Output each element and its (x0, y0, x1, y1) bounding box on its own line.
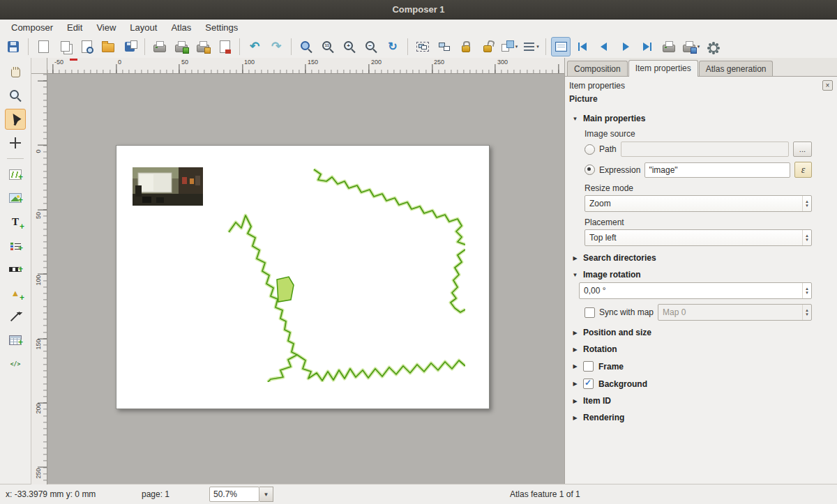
redo-icon: ↷ (269, 40, 283, 54)
sync-with-map-checkbox[interactable] (585, 307, 595, 318)
zoom-tool-button[interactable] (5, 85, 26, 106)
ungroup-items-button[interactable] (435, 37, 454, 56)
background-checkbox[interactable]: ✓ (583, 379, 594, 389)
tab-item-properties[interactable]: Item properties (628, 60, 698, 77)
atlas-last-feature-icon (640, 40, 654, 54)
raise-selected-items-button[interactable]: ▾ (499, 37, 519, 56)
expression-input[interactable]: "image" (644, 162, 790, 178)
map-select[interactable]: Map 0 ▲▼ (658, 304, 812, 321)
refresh-view-button[interactable]: ↻ (383, 37, 402, 56)
section-search-directories[interactable]: ▶ Search directories (572, 253, 812, 263)
add-attribute-table-button[interactable]: + (5, 330, 26, 351)
add-basic-shape-button[interactable]: ▲+ (5, 282, 26, 303)
add-new-scalebar-button[interactable]: + (5, 259, 26, 280)
path-input[interactable] (621, 142, 789, 157)
collapse-arrow-icon: ▼ (572, 272, 578, 278)
section-rendering[interactable]: ▶ Rendering (572, 413, 812, 422)
lock-selected-items-button[interactable] (456, 37, 476, 56)
section-background[interactable]: ▶ ✓ Background (572, 379, 812, 389)
zoom-combobox[interactable]: 50.7% ▼ (209, 487, 273, 502)
pan-tool-icon (8, 65, 22, 79)
placement-select[interactable]: Top left ▲▼ (585, 229, 812, 246)
zoom-value-field[interactable]: 50.7% (209, 487, 259, 502)
section-image-rotation[interactable]: ▼ Image rotation (572, 270, 812, 280)
map-item[interactable] (209, 165, 465, 382)
duplicate-composition-icon (61, 41, 70, 52)
spin-arrows-icon[interactable]: ▲▼ (802, 283, 811, 298)
panel-close-button[interactable]: × (822, 80, 833, 91)
tab-composition[interactable]: Composition (567, 61, 628, 76)
save-project-button[interactable] (3, 37, 23, 56)
add-new-label-button[interactable]: T+ (5, 211, 26, 232)
section-main-properties[interactable]: ▼ Main properties (572, 114, 812, 123)
atlas-settings-button[interactable] (702, 37, 722, 56)
section-rotation[interactable]: ▶ Rotation (572, 344, 812, 354)
select-move-item-tool-icon (8, 112, 22, 126)
section-position-and-size[interactable]: ▶ Position and size (572, 328, 812, 337)
atlas-first-feature-button[interactable] (573, 37, 592, 56)
composition-manager-button[interactable] (77, 37, 96, 56)
duplicate-composition-button[interactable] (55, 37, 75, 56)
menu-settings[interactable]: Settings (198, 21, 245, 34)
cursor-coordinates: x: -33.3979 mm y: 0 mm (6, 489, 96, 499)
zoom-out-button[interactable]: − (361, 37, 381, 56)
export-as-pdf-button[interactable] (215, 37, 234, 56)
picture-item[interactable] (133, 167, 203, 206)
expression-radio[interactable] (585, 165, 595, 175)
print-atlas-button[interactable] (659, 37, 679, 56)
print-button[interactable] (150, 37, 169, 56)
add-new-map-button[interactable]: + (5, 164, 26, 185)
composition-canvas[interactable] (47, 73, 564, 484)
save-as-template-icon (125, 42, 135, 52)
export-as-image-button[interactable] (172, 37, 191, 56)
select-move-item-tool-button[interactable] (5, 109, 26, 130)
frame-checkbox[interactable] (583, 361, 594, 372)
window-title: Composer 1 (392, 4, 444, 15)
group-items-button[interactable] (413, 37, 432, 56)
zoom-full-button[interactable] (296, 37, 316, 56)
align-items-button[interactable]: ▾ (521, 37, 541, 56)
undo-button[interactable]: ↶ (245, 37, 264, 56)
section-item-id[interactable]: ▶ Item ID (572, 396, 812, 406)
add-arrow-button[interactable] (5, 306, 26, 327)
expression-builder-button[interactable]: ε (794, 162, 812, 178)
redo-button[interactable]: ↷ (266, 37, 286, 56)
menu-edit[interactable]: Edit (60, 21, 89, 34)
add-image-button[interactable]: + (5, 188, 26, 208)
tab-atlas-generation[interactable]: Atlas generation (699, 61, 774, 76)
unlock-all-items-button[interactable] (478, 37, 497, 56)
new-composition-button[interactable] (33, 37, 53, 56)
right-panel: CompositionItem propertiesAtlas generati… (564, 58, 837, 484)
path-radio-label: Path (599, 144, 617, 154)
menu-view[interactable]: View (89, 21, 123, 34)
export-as-svg-button[interactable] (193, 37, 213, 56)
add-html-frame-button[interactable]: </> (5, 353, 26, 374)
horizontal-ruler: -50050100150200250300 (47, 58, 564, 74)
zoom-in-button[interactable]: + (340, 37, 359, 56)
canvas-area: -50050100150200250300 050100150200250 (31, 58, 564, 484)
save-as-template-button[interactable] (120, 37, 140, 56)
zoom-dropdown-button[interactable]: ▼ (259, 487, 273, 502)
add-new-legend-button[interactable]: + (5, 235, 26, 256)
menu-atlas[interactable]: Atlas (164, 21, 198, 34)
pan-tool-button[interactable] (5, 61, 26, 82)
placement-label: Placement (585, 217, 812, 227)
menu-composer[interactable]: Composer (4, 21, 60, 34)
atlas-previous-feature-button[interactable] (594, 37, 614, 56)
load-from-template-button[interactable] (98, 37, 118, 56)
v-ruler-label: 100 (34, 273, 43, 287)
menu-layout[interactable]: Layout (123, 21, 164, 34)
atlas-last-feature-button[interactable] (638, 37, 657, 56)
zoom-actual-size-button[interactable]: 1:1 (318, 37, 338, 56)
atlas-preview-button[interactable] (551, 37, 571, 56)
image-rotation-spinbox[interactable]: 0,00 ° ▲▼ (579, 282, 812, 299)
add-html-frame-icon: </> (8, 357, 22, 371)
browse-button[interactable]: ... (793, 142, 812, 157)
composition-page[interactable] (116, 145, 490, 409)
atlas-next-feature-button[interactable] (616, 37, 635, 56)
section-frame[interactable]: ▶ Frame (572, 361, 812, 372)
export-atlas-button[interactable]: ▾ (681, 37, 700, 56)
path-radio[interactable] (585, 144, 595, 155)
resize-mode-select[interactable]: Zoom ▲▼ (585, 195, 812, 212)
move-item-content-tool-button[interactable] (5, 132, 26, 153)
